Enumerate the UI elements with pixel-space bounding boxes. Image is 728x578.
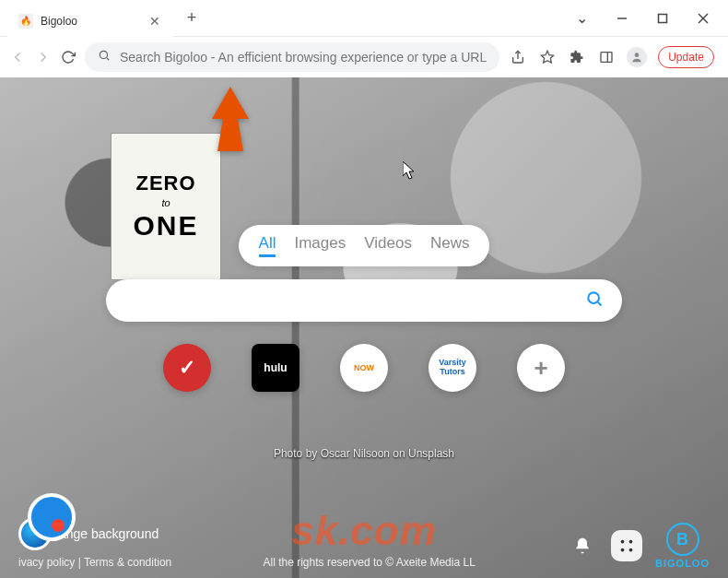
svg-point-4	[100, 51, 107, 58]
bookmark-star-icon[interactable]	[538, 48, 557, 66]
reload-button[interactable]	[61, 45, 76, 69]
bigoloo-logo[interactable]: B BIGOLOO	[655, 523, 710, 569]
svg-marker-18	[403, 161, 414, 179]
quick-link-shopping-now[interactable]: NOW	[340, 344, 388, 392]
tab-images[interactable]: Images	[294, 234, 346, 257]
profile-avatar[interactable]	[627, 47, 647, 67]
notifications-icon[interactable]	[567, 530, 598, 561]
svg-line-12	[598, 302, 602, 306]
extensions-icon[interactable]	[568, 48, 586, 66]
bigoloo-logo-icon: B	[666, 523, 699, 556]
watermark-badge	[28, 493, 76, 541]
minimize-button[interactable]	[605, 5, 640, 32]
search-submit-icon[interactable]	[585, 289, 604, 312]
maximize-button[interactable]	[645, 5, 680, 32]
quick-link-varsity-tutors[interactable]: Varsity Tutors	[429, 344, 476, 392]
tabs-dropdown-icon[interactable]: ⌄	[564, 5, 599, 32]
quick-link-add[interactable]: +	[517, 344, 565, 392]
search-icon	[98, 49, 111, 65]
svg-point-10	[635, 53, 640, 57]
svg-point-16	[629, 549, 633, 552]
svg-marker-7	[542, 51, 554, 63]
svg-line-5	[107, 58, 110, 61]
quick-links: ✓ hulu NOW Varsity Tutors +	[163, 344, 565, 392]
footer: ange background ivacy policy | Terms & c…	[0, 517, 728, 569]
new-tab-button[interactable]: +	[179, 6, 205, 31]
tab-all[interactable]: All	[259, 234, 276, 257]
tab-videos[interactable]: Videos	[364, 234, 412, 257]
svg-marker-17	[212, 87, 249, 151]
back-button[interactable]	[9, 45, 26, 69]
close-window-button[interactable]	[686, 5, 721, 32]
svg-rect-1	[659, 14, 667, 22]
search-category-tabs: All Images Videos News	[239, 225, 490, 266]
search-input[interactable]	[124, 293, 585, 309]
svg-point-13	[621, 540, 625, 544]
svg-point-14	[629, 540, 633, 544]
apps-grid-icon[interactable]	[611, 530, 642, 561]
browser-tab[interactable]: 🔥 Bigoloo ✕	[7, 6, 173, 37]
tab-favicon: 🔥	[18, 14, 33, 29]
address-bar[interactable]: Search Bigoloo - An efficient browsing e…	[85, 42, 499, 72]
side-panel-icon[interactable]	[597, 48, 616, 66]
svg-point-15	[621, 549, 625, 552]
tab-close-icon[interactable]: ✕	[147, 14, 162, 29]
forward-button[interactable]	[35, 45, 52, 69]
footer-rights: All the rights reserved to © Axeite Medi…	[264, 556, 476, 569]
share-icon[interactable]	[509, 48, 527, 66]
annotation-arrow-icon	[203, 87, 258, 155]
svg-point-11	[588, 292, 599, 303]
window-controls: ⌄	[564, 5, 721, 32]
browser-toolbar: Search Bigoloo - An efficient browsing e…	[0, 37, 728, 77]
bigoloo-logo-text: BIGOLOO	[655, 558, 710, 569]
tab-title: Bigoloo	[41, 15, 147, 28]
page-content: ZERO to ONE All Images Videos News ✓ hul…	[0, 77, 728, 578]
photo-credit: Photo by Oscar Nilsoon on Unsplash	[274, 447, 454, 460]
tab-news[interactable]: News	[430, 234, 470, 257]
quick-link-checkmark[interactable]: ✓	[163, 344, 211, 392]
address-bar-placeholder: Search Bigoloo - An efficient browsing e…	[120, 50, 487, 65]
window-titlebar: 🔥 Bigoloo ✕ + ⌄	[0, 0, 728, 37]
svg-rect-8	[601, 53, 612, 63]
quick-link-hulu[interactable]: hulu	[252, 344, 299, 392]
search-bar[interactable]	[106, 279, 622, 322]
change-background-label: ange background	[59, 526, 159, 541]
mouse-cursor-icon	[403, 161, 416, 183]
update-button[interactable]: Update	[658, 46, 714, 68]
footer-links[interactable]: ivacy policy | Terms & condition	[18, 556, 171, 569]
